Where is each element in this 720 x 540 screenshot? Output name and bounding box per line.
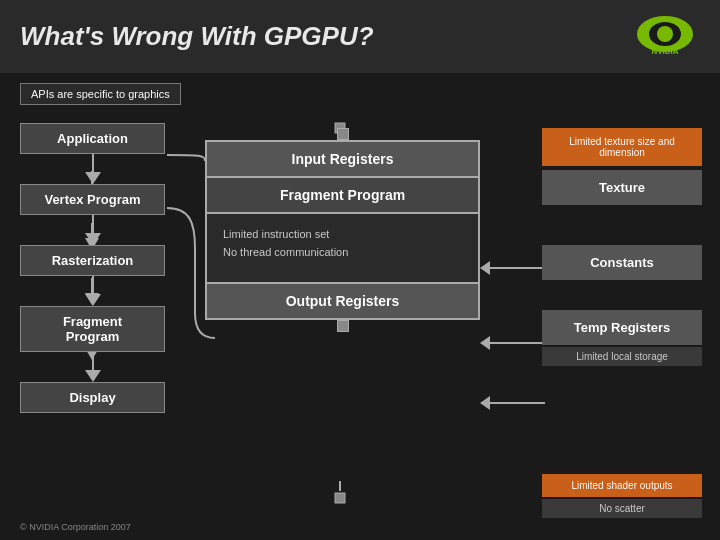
apis-label: APIs are specific to graphics	[20, 83, 181, 105]
right-box-texture-limit: Limited texture size and dimension	[542, 128, 702, 166]
arrow-connector-1	[92, 154, 94, 172]
svg-rect-14	[335, 493, 345, 503]
right-box-no-scatter: No scatter	[542, 499, 702, 518]
arrow-down-3	[85, 294, 101, 306]
slide-title: What's Wrong With GPGPU?	[20, 21, 374, 52]
limitation-2: No thread communication	[223, 246, 462, 258]
output-registers-box: Output Registers	[205, 282, 480, 320]
left-pipeline: Application Vertex Program Rasterization…	[20, 123, 165, 413]
pipeline-box-raster: Rasterization	[20, 245, 165, 276]
arrow-down-2	[85, 233, 101, 245]
right-box-constants: Constants	[542, 245, 702, 280]
arrow-down-4	[85, 370, 101, 382]
svg-point-2	[657, 26, 673, 42]
output-labels: Limited shader outputs No scatter	[542, 474, 702, 518]
bottom-connector-square	[337, 320, 349, 332]
right-box-temp-reg: Temp Registers	[542, 310, 702, 345]
slide: What's Wrong With GPGPU? NVIDIA APIs are…	[0, 0, 720, 540]
arrow-connector-3	[92, 276, 94, 294]
arrow-connector-4	[92, 352, 94, 370]
pipeline-box-application: Application	[20, 123, 165, 154]
copyright-text: © NVIDIA Corporation 2007	[20, 522, 131, 532]
content-area: APIs are specific to graphics	[0, 73, 720, 540]
arrow-connector-2	[92, 215, 94, 233]
right-column: Limited texture size and dimension Textu…	[542, 128, 702, 370]
title-bar: What's Wrong With GPGPU? NVIDIA	[0, 0, 720, 73]
right-box-local-storage: Limited local storage	[542, 347, 702, 366]
right-box-texture: Texture	[542, 170, 702, 205]
right-box-shader-limit: Limited shader outputs	[542, 474, 702, 497]
svg-marker-19	[480, 336, 490, 350]
pipeline-box-display: Display	[20, 382, 165, 413]
limitation-1: Limited instruction set	[223, 228, 462, 240]
svg-text:NVIDIA: NVIDIA	[651, 47, 678, 56]
nvidia-logo: NVIDIA	[630, 14, 700, 59]
svg-marker-21	[480, 396, 490, 410]
limitations-box: Limited instruction set No thread commun…	[205, 212, 480, 282]
svg-marker-17	[480, 261, 490, 275]
pipeline-box-fragment: Fragment Program	[20, 306, 165, 352]
pipeline-box-vertex: Vertex Program	[20, 184, 165, 215]
input-registers-box: Input Registers	[205, 140, 480, 176]
center-block: Input Registers Fragment Program Limited…	[205, 128, 480, 332]
arrow-down-1	[85, 172, 101, 184]
center-fragment-box: Fragment Program	[205, 176, 480, 212]
top-connector-square	[337, 128, 349, 140]
